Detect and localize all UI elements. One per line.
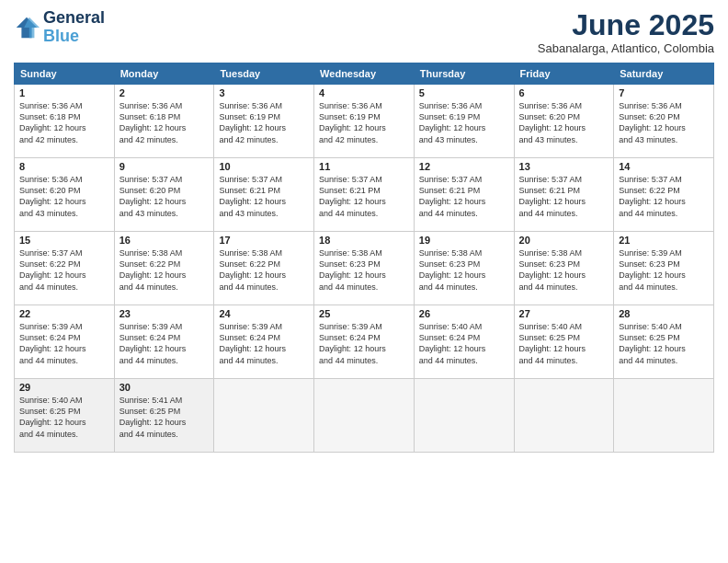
header: General Blue June 2025 Sabanalarga, Atla… <box>14 9 714 55</box>
calendar-cell: 2Sunrise: 5:36 AM Sunset: 6:18 PM Daylig… <box>114 85 214 158</box>
calendar-cell: 23Sunrise: 5:39 AM Sunset: 6:24 PM Dayli… <box>114 305 214 379</box>
calendar-header-row: SundayMondayTuesdayWednesdayThursdayFrid… <box>15 63 714 85</box>
day-number: 30 <box>119 382 210 393</box>
day-number: 4 <box>319 87 409 98</box>
day-number: 23 <box>119 308 210 319</box>
day-info: Sunrise: 5:37 AM Sunset: 6:20 PM Dayligh… <box>119 174 210 219</box>
day-info: Sunrise: 5:38 AM Sunset: 6:22 PM Dayligh… <box>219 247 309 293</box>
day-info: Sunrise: 5:36 AM Sunset: 6:19 PM Dayligh… <box>419 100 509 145</box>
day-info: Sunrise: 5:40 AM Sunset: 6:25 PM Dayligh… <box>619 321 709 366</box>
day-info: Sunrise: 5:39 AM Sunset: 6:24 PM Dayligh… <box>319 321 409 366</box>
day-number: 15 <box>19 235 109 246</box>
logo-text: General Blue <box>43 9 105 46</box>
calendar-cell: 24Sunrise: 5:39 AM Sunset: 6:24 PM Dayli… <box>214 305 314 379</box>
calendar-cell: 1Sunrise: 5:36 AM Sunset: 6:18 PM Daylig… <box>15 85 115 158</box>
calendar-cell: 8Sunrise: 5:36 AM Sunset: 6:20 PM Daylig… <box>15 158 115 232</box>
day-info: Sunrise: 5:38 AM Sunset: 6:23 PM Dayligh… <box>419 247 509 293</box>
calendar-cell: 16Sunrise: 5:38 AM Sunset: 6:22 PM Dayli… <box>114 232 214 305</box>
weekday-header-saturday: Saturday <box>614 63 714 85</box>
day-info: Sunrise: 5:40 AM Sunset: 6:25 PM Dayligh… <box>19 395 109 440</box>
day-number: 22 <box>19 308 109 319</box>
calendar-cell <box>214 379 314 453</box>
calendar-cell: 7Sunrise: 5:36 AM Sunset: 6:20 PM Daylig… <box>614 85 714 158</box>
calendar-cell: 22Sunrise: 5:39 AM Sunset: 6:24 PM Dayli… <box>15 305 115 379</box>
calendar-cell: 18Sunrise: 5:38 AM Sunset: 6:23 PM Dayli… <box>314 232 415 305</box>
calendar-cell <box>514 379 614 453</box>
calendar-cell: 11Sunrise: 5:37 AM Sunset: 6:21 PM Dayli… <box>314 158 415 232</box>
calendar-cell: 29Sunrise: 5:40 AM Sunset: 6:25 PM Dayli… <box>15 379 115 453</box>
calendar-cell: 5Sunrise: 5:36 AM Sunset: 6:19 PM Daylig… <box>414 85 514 158</box>
day-number: 18 <box>319 235 409 246</box>
calendar-cell: 6Sunrise: 5:36 AM Sunset: 6:20 PM Daylig… <box>514 85 614 158</box>
calendar-cell: 9Sunrise: 5:37 AM Sunset: 6:20 PM Daylig… <box>114 158 214 232</box>
day-number: 13 <box>519 161 609 172</box>
weekday-header-sunday: Sunday <box>15 63 115 85</box>
weekday-header-friday: Friday <box>514 63 614 85</box>
day-number: 1 <box>19 87 109 98</box>
day-info: Sunrise: 5:36 AM Sunset: 6:19 PM Dayligh… <box>319 100 409 145</box>
day-info: Sunrise: 5:39 AM Sunset: 6:24 PM Dayligh… <box>19 321 109 366</box>
day-info: Sunrise: 5:39 AM Sunset: 6:24 PM Dayligh… <box>219 321 309 366</box>
calendar-cell: 27Sunrise: 5:40 AM Sunset: 6:25 PM Dayli… <box>514 305 614 379</box>
day-number: 2 <box>119 87 210 98</box>
day-info: Sunrise: 5:37 AM Sunset: 6:21 PM Dayligh… <box>519 174 609 219</box>
calendar: SundayMondayTuesdayWednesdayThursdayFrid… <box>14 63 714 453</box>
day-number: 20 <box>519 235 609 246</box>
week-row-3: 15Sunrise: 5:37 AM Sunset: 6:22 PM Dayli… <box>15 232 714 305</box>
day-number: 27 <box>519 308 609 319</box>
calendar-cell: 25Sunrise: 5:39 AM Sunset: 6:24 PM Dayli… <box>314 305 415 379</box>
day-info: Sunrise: 5:39 AM Sunset: 6:24 PM Dayligh… <box>119 321 210 366</box>
week-row-4: 22Sunrise: 5:39 AM Sunset: 6:24 PM Dayli… <box>15 305 714 379</box>
day-number: 17 <box>219 235 309 246</box>
day-info: Sunrise: 5:36 AM Sunset: 6:19 PM Dayligh… <box>219 100 309 145</box>
week-row-2: 8Sunrise: 5:36 AM Sunset: 6:20 PM Daylig… <box>15 158 714 232</box>
day-number: 19 <box>419 235 509 246</box>
day-number: 25 <box>319 308 409 319</box>
day-number: 7 <box>619 87 709 98</box>
day-info: Sunrise: 5:37 AM Sunset: 6:21 PM Dayligh… <box>319 174 409 219</box>
day-info: Sunrise: 5:36 AM Sunset: 6:20 PM Dayligh… <box>19 174 109 219</box>
day-info: Sunrise: 5:40 AM Sunset: 6:25 PM Dayligh… <box>519 321 609 366</box>
day-number: 3 <box>219 87 309 98</box>
calendar-cell: 17Sunrise: 5:38 AM Sunset: 6:22 PM Dayli… <box>214 232 314 305</box>
day-info: Sunrise: 5:40 AM Sunset: 6:24 PM Dayligh… <box>419 321 509 366</box>
day-number: 8 <box>19 161 109 172</box>
calendar-cell: 12Sunrise: 5:37 AM Sunset: 6:21 PM Dayli… <box>414 158 514 232</box>
day-info: Sunrise: 5:41 AM Sunset: 6:25 PM Dayligh… <box>119 395 210 440</box>
calendar-cell <box>414 379 514 453</box>
calendar-cell: 14Sunrise: 5:37 AM Sunset: 6:22 PM Dayli… <box>614 158 714 232</box>
calendar-cell: 26Sunrise: 5:40 AM Sunset: 6:24 PM Dayli… <box>414 305 514 379</box>
logo: General Blue <box>14 9 105 46</box>
weekday-header-monday: Monday <box>114 63 214 85</box>
day-info: Sunrise: 5:36 AM Sunset: 6:20 PM Dayligh… <box>519 100 609 145</box>
week-row-1: 1Sunrise: 5:36 AM Sunset: 6:18 PM Daylig… <box>15 85 714 158</box>
day-number: 26 <box>419 308 509 319</box>
day-number: 24 <box>219 308 309 319</box>
weekday-header-thursday: Thursday <box>414 63 514 85</box>
day-number: 11 <box>319 161 409 172</box>
calendar-cell: 30Sunrise: 5:41 AM Sunset: 6:25 PM Dayli… <box>114 379 214 453</box>
day-number: 16 <box>119 235 210 246</box>
calendar-cell: 10Sunrise: 5:37 AM Sunset: 6:21 PM Dayli… <box>214 158 314 232</box>
day-info: Sunrise: 5:38 AM Sunset: 6:23 PM Dayligh… <box>319 247 409 293</box>
day-number: 28 <box>619 308 709 319</box>
calendar-cell: 19Sunrise: 5:38 AM Sunset: 6:23 PM Dayli… <box>414 232 514 305</box>
calendar-cell: 15Sunrise: 5:37 AM Sunset: 6:22 PM Dayli… <box>15 232 115 305</box>
day-info: Sunrise: 5:39 AM Sunset: 6:23 PM Dayligh… <box>619 247 709 293</box>
month-title: June 2025 <box>538 9 714 41</box>
calendar-cell: 4Sunrise: 5:36 AM Sunset: 6:19 PM Daylig… <box>314 85 415 158</box>
page: General Blue June 2025 Sabanalarga, Atla… <box>0 0 728 563</box>
title-block: June 2025 Sabanalarga, Atlantico, Colomb… <box>538 9 714 55</box>
weekday-header-tuesday: Tuesday <box>214 63 314 85</box>
day-number: 5 <box>419 87 509 98</box>
calendar-cell: 20Sunrise: 5:38 AM Sunset: 6:23 PM Dayli… <box>514 232 614 305</box>
day-number: 29 <box>19 382 109 393</box>
calendar-cell <box>614 379 714 453</box>
calendar-cell: 21Sunrise: 5:39 AM Sunset: 6:23 PM Dayli… <box>614 232 714 305</box>
day-info: Sunrise: 5:36 AM Sunset: 6:18 PM Dayligh… <box>19 100 109 145</box>
day-number: 21 <box>619 235 709 246</box>
day-info: Sunrise: 5:37 AM Sunset: 6:22 PM Dayligh… <box>619 174 709 219</box>
calendar-body: 1Sunrise: 5:36 AM Sunset: 6:18 PM Daylig… <box>15 85 714 453</box>
day-info: Sunrise: 5:37 AM Sunset: 6:21 PM Dayligh… <box>219 174 309 219</box>
calendar-cell: 13Sunrise: 5:37 AM Sunset: 6:21 PM Dayli… <box>514 158 614 232</box>
